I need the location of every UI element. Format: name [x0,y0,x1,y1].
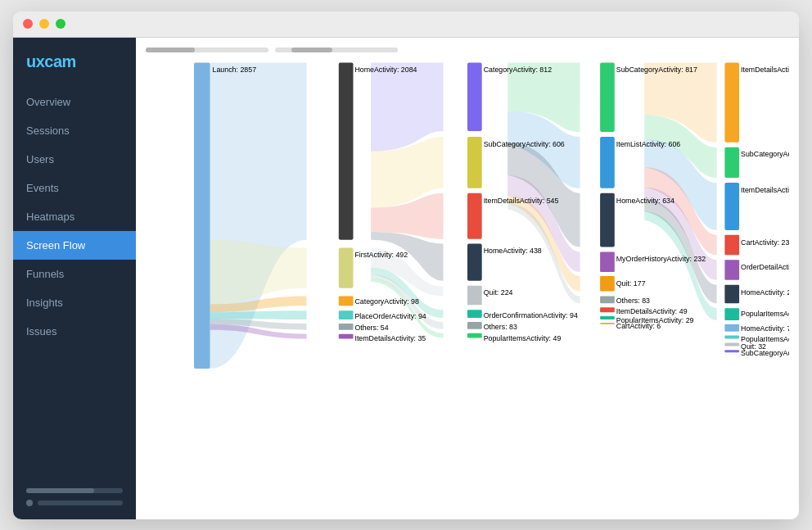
node-homeactivity-4b[interactable] [724,324,739,331]
node-subcategory-3[interactable] [600,62,615,131]
node-categoryactivity-2[interactable] [467,62,482,131]
scroll-track-1[interactable] [146,48,268,52]
label-cart-4: CartActivity: 236 [741,238,789,246]
label-placeorderactivity: PlaceOrderActivity: 94 [354,311,426,319]
node-itemdetails-3[interactable] [600,307,615,312]
node-placeorderactivity[interactable] [339,310,354,319]
label-homeactivity-2: HomeActivity: 438 [484,247,542,255]
scroll-bars [146,48,789,52]
node-subcategory-4b[interactable] [724,350,739,352]
label-quit-3: Quit: 177 [616,279,646,287]
label-launch: Launch: 2857 [213,66,257,74]
node-itemdetails-4b[interactable] [724,182,739,229]
sidebar-item-screenflow[interactable]: Screen Flow [13,231,136,260]
label-subcategory-3: SubCategoryActivity: 817 [616,66,697,74]
node-homeactivity-4[interactable] [724,284,739,303]
sidebar-progress-fill [26,488,94,493]
sidebar-item-events[interactable]: Events [13,174,136,202]
node-quit-3[interactable] [600,275,615,291]
label-cart-3: CartActivity: 6 [616,321,661,329]
node-categoryactivity-1[interactable] [339,296,354,306]
sidebar-item-funnels[interactable]: Funnels [13,260,136,288]
node-myorder-3[interactable] [600,251,615,272]
node-popularitems-4[interactable] [724,308,739,320]
label-quit-2: Quit: 224 [484,288,513,297]
sidebar-item-issues[interactable]: Issues [13,317,136,346]
node-subcategoryactivity-2[interactable] [467,136,482,188]
sidebar-item-overview[interactable]: Overview [13,88,136,116]
label-itemdetails-3: ItemDetailsActivity: 49 [616,307,688,315]
sidebar-item-users[interactable]: Users [13,145,136,174]
label-itemdetails-4: ItemDetailsActivity: 939 [741,66,789,74]
label-subcategory-4: SubCategoryActivity: 356 [741,150,789,158]
logo-cam: cam [44,52,76,70]
node-orderconfirm-2[interactable] [467,310,482,318]
scroll-track-2[interactable] [275,48,398,52]
label-myorder-3: MyOrderHistoryActivity: 232 [616,255,706,263]
app-body: uxcam Overview Sessions Users Events Hea… [13,38,799,519]
scroll-thumb-2[interactable] [291,48,332,52]
node-homeactivity-2[interactable] [467,243,482,280]
logo: uxcam [26,52,123,71]
close-button[interactable] [23,19,33,29]
node-popularitems-3[interactable] [600,316,615,319]
label-categoryactivity-2: CategoryActivity: 812 [484,66,553,74]
node-quit-4[interactable] [724,342,739,346]
label-itemlist-3: ItemListActivity: 606 [616,139,681,147]
logo-ux: ux [26,52,44,70]
node-itemdetails-1[interactable] [339,333,354,338]
node-firstactivity[interactable] [339,247,354,288]
sidebar-item-heatmaps[interactable]: Heatmaps [13,202,136,231]
label-categoryactivity-1: CategoryActivity: 98 [354,297,419,306]
scroll-thumb-1[interactable] [146,48,195,52]
label-popularitems-4: PopularItemsActivity: 138 [741,310,789,318]
label-popularitems-2: PopularItemsActivity: 49 [484,333,562,342]
sidebar-item-sessions[interactable]: Sessions [13,116,136,145]
sidebar: uxcam Overview Sessions Users Events Hea… [13,38,136,519]
node-homeactivity-3[interactable] [600,193,615,247]
node-subcategory-4[interactable] [724,147,739,177]
logo-area: uxcam [13,38,136,88]
maximize-button[interactable] [56,19,65,29]
label-firstactivity: FirstActivity: 492 [354,251,408,259]
label-itemdetails-4b: ItemDetailsActivity: 561 [741,185,789,193]
label-subcategoryactivity-2: SubCategoryActivity: 606 [484,139,565,147]
sidebar-dot-row [26,500,123,506]
label-homeactivity-4b: HomeActivity: 78 [741,324,789,332]
main-content: Launch: 2857 HomeActivity: 2084 FirstAct… [136,38,799,519]
label-others-1: Others: 54 [354,323,388,331]
node-itemdetails-4[interactable] [724,62,739,142]
label-orderdetail-4: OrderDetailActivity: 232 [741,263,789,271]
label-others-2: Others: 83 [484,322,517,330]
node-orderdetail-4[interactable] [724,260,739,280]
node-cart-4[interactable] [724,234,739,255]
label-homeactivity-1: HomeActivity: 2084 [354,66,417,74]
label-orderconfirm-2: OrderConfirmationActivity: 94 [484,311,578,319]
node-others-1[interactable] [339,323,354,329]
sankey-svg: Launch: 2857 HomeActivity: 2084 FirstAct… [146,59,789,485]
minimize-button[interactable] [39,19,49,29]
titlebar [13,11,799,38]
node-homeactivity-1[interactable] [339,62,354,239]
sidebar-dot-bar [38,501,123,505]
sankey-diagram: Launch: 2857 HomeActivity: 2084 FirstAct… [146,59,789,485]
node-popularitems-2[interactable] [467,333,482,337]
label-homeactivity-4: HomeActivity: 211 [741,288,789,296]
node-quit-2[interactable] [467,285,482,305]
node-popularitems-4b[interactable] [724,335,739,338]
sidebar-dot [26,500,33,506]
label-others-3: Others: 83 [616,297,650,305]
node-cart-3[interactable] [600,322,615,324]
sidebar-item-insights[interactable]: Insights [13,288,136,317]
node-itemdetails-2[interactable] [467,193,482,238]
label-subcategory-4b: SubCategoryActivity: 22 [741,349,789,357]
node-itemlist-3[interactable] [600,136,615,188]
node-others-3[interactable] [600,296,615,303]
label-homeactivity-3: HomeActivity: 634 [616,196,674,204]
node-launch[interactable] [194,62,210,368]
label-itemdetails-2: ItemDetailsActivity: 545 [484,196,559,204]
node-others-2[interactable] [467,321,482,328]
sidebar-footer [13,488,136,506]
sidebar-progress-bar [26,488,123,493]
label-itemdetails-1: ItemDetailsActivity: 35 [354,334,426,342]
